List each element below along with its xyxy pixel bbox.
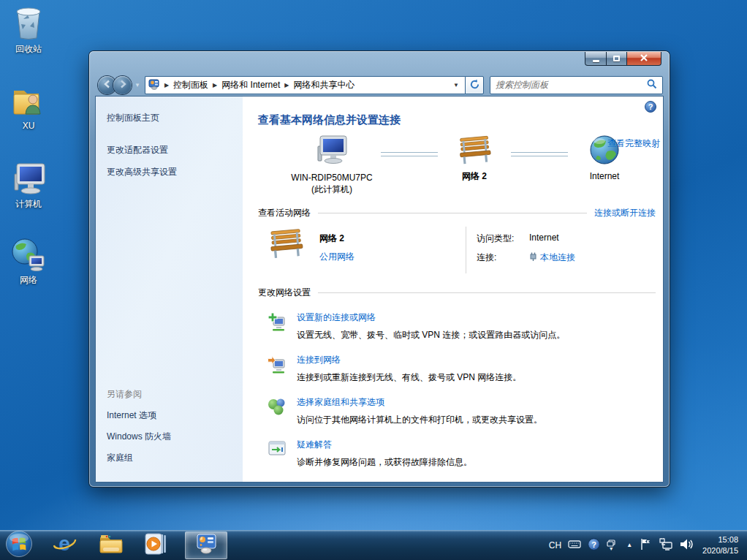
- sidebar-item-windows-firewall[interactable]: Windows 防火墙: [107, 431, 171, 443]
- connect-network-icon: [267, 354, 289, 384]
- window-client-area: 控制面板主页 更改适配器设置 更改高级共享设置 另请参阅 Internet 选项…: [96, 97, 663, 482]
- network-tray-icon[interactable]: [659, 538, 672, 553]
- recent-pages-dropdown[interactable]: ▼: [134, 82, 140, 88]
- troubleshoot-link[interactable]: 疑难解答: [297, 439, 332, 450]
- connections-label: 连接:: [477, 251, 529, 264]
- volume-icon[interactable]: [679, 538, 693, 553]
- taskbar-ie-button[interactable]: e: [49, 531, 80, 560]
- language-help-icon[interactable]: ?: [588, 538, 600, 553]
- user-folder-icon: [3, 85, 54, 118]
- clock-time: 15:08: [702, 534, 738, 545]
- navigation-bar: ▼ ▶ 控制面板 ▶ 网络和 Internet ▶ 网络和共享中心: [96, 75, 663, 96]
- search-icon: [647, 79, 657, 91]
- search-box[interactable]: 搜索控制面板: [490, 76, 663, 94]
- sidebar-item-internet-options[interactable]: Internet 选项: [107, 409, 171, 422]
- task-homegroup-sharing: 选择家庭组和共享选项 访问位于其他网络计算机上的文件和打印机，或更改共享设置。: [267, 396, 656, 426]
- network-kind-link[interactable]: 公用网络: [319, 251, 354, 263]
- explorer-folder-icon: [98, 533, 124, 557]
- breadcrumb-network-sharing-center[interactable]: 网络和共享中心: [293, 79, 354, 91]
- bench-network-icon: [455, 157, 494, 167]
- maximize-icon: [613, 56, 620, 61]
- taskbar-media-player-button[interactable]: [141, 531, 172, 560]
- forward-button[interactable]: [113, 76, 132, 94]
- map-connection-line: [381, 152, 438, 156]
- local-connection-link[interactable]: 本地连接: [540, 251, 575, 264]
- desktop-icon-recycle-bin[interactable]: 回收站: [3, 4, 54, 56]
- sidebar-item-control-panel-home[interactable]: 控制面板主页: [107, 112, 243, 124]
- search-input[interactable]: 搜索控制面板: [496, 79, 647, 91]
- sidebar-item-change-adapter-settings[interactable]: 更改适配器设置: [107, 144, 243, 156]
- maximize-button[interactable]: [607, 52, 627, 66]
- connect-disconnect-link[interactable]: 连接或断开连接: [594, 207, 656, 219]
- desktop-icon-label: XU: [3, 121, 54, 131]
- address-dropdown-icon[interactable]: ▼: [450, 82, 462, 88]
- desktop-icon-computer[interactable]: 计算机: [3, 161, 54, 211]
- page-title: 查看基本网络信息并设置连接: [258, 113, 656, 127]
- map-computer-icon: [313, 159, 351, 169]
- active-network-item: 网络 2 公用网络 访问类型: Internet 连接:: [265, 227, 656, 273]
- map-computer-name: WIN-RDIP50MU7PC: [284, 172, 379, 183]
- refresh-icon: [469, 79, 480, 92]
- task-description: 设置无线、宽带、拨号、临时或 VPN 连接；或设置路由器或访问点。: [297, 329, 565, 341]
- language-options-icon[interactable]: ▼: [607, 540, 615, 551]
- setup-new-connection-link[interactable]: 设置新的连接或网络: [297, 312, 376, 322]
- window-caption-buttons: [585, 52, 661, 66]
- close-icon: [640, 53, 648, 64]
- breadcrumb-arrow: ▶: [213, 82, 217, 88]
- ie-icon: e: [52, 532, 77, 558]
- task-description: 诊断并修复网络问题，或获得故障排除信息。: [297, 456, 472, 469]
- homegroup-icon: [267, 396, 289, 426]
- task-troubleshoot: 疑难解答 诊断并修复网络问题，或获得故障排除信息。: [267, 439, 656, 469]
- sidebar-see-also-header: 另请参阅: [107, 388, 171, 401]
- taskbar-control-panel-button-active[interactable]: [185, 531, 227, 559]
- start-button[interactable]: [4, 531, 34, 560]
- choose-homegroup-link[interactable]: 选择家庭组和共享选项: [297, 397, 384, 407]
- desktop-icon-user-folder[interactable]: XU: [3, 85, 54, 131]
- desktop-icon-network[interactable]: 网络: [3, 237, 54, 287]
- breadcrumb-control-panel[interactable]: 控制面板: [173, 79, 208, 91]
- action-center-flag-icon[interactable]: [640, 538, 652, 553]
- desktop: 回收站 XU 计算机 网络: [0, 0, 747, 560]
- divider: [466, 227, 466, 273]
- sidebar-item-change-advanced-sharing[interactable]: 更改高级共享设置: [107, 166, 243, 178]
- troubleshoot-icon: [267, 439, 289, 469]
- address-bar[interactable]: ▶ 控制面板 ▶ 网络和 Internet ▶ 网络和共享中心 ▼: [145, 76, 465, 94]
- breadcrumb-network-internet[interactable]: 网络和 Internet: [221, 79, 280, 91]
- taskbar-explorer-button[interactable]: [96, 531, 126, 560]
- change-settings-header: 更改网络设置: [258, 287, 656, 299]
- desktop-icon-label: 回收站: [3, 43, 54, 56]
- network-map: WIN-RDIP50MU7PC (此计算机): [284, 135, 656, 195]
- recycle-bin-icon: [3, 4, 54, 41]
- connect-to-network-link[interactable]: 连接到网络: [297, 355, 341, 365]
- map-internet-label: Internet: [590, 171, 620, 181]
- keyboard-icon[interactable]: [568, 540, 581, 551]
- back-icon: [103, 80, 112, 91]
- map-node-network[interactable]: 网络 2: [439, 135, 509, 182]
- minimize-button[interactable]: [585, 52, 607, 66]
- task-description: 连接到或重新连接到无线、有线、拨号或 VPN 网络连接。: [297, 371, 521, 384]
- tray-clock[interactable]: 15:08 2020/8/15: [702, 534, 738, 556]
- help-icon[interactable]: ?: [645, 101, 656, 115]
- network-sharing-center-window: ▼ ▶ 控制面板 ▶ 网络和 Internet ▶ 网络和共享中心: [89, 51, 670, 487]
- task-connect-to-network: 连接到网络 连接到或重新连接到无线、有线、拨号或 VPN 网络连接。: [267, 354, 656, 384]
- access-type-value: Internet: [529, 232, 575, 245]
- access-type-label: 访问类型:: [477, 232, 529, 245]
- active-networks-title: 查看活动网络: [258, 207, 311, 219]
- hidden-icons-arrow[interactable]: ▲: [626, 542, 632, 548]
- refresh-button[interactable]: [465, 76, 484, 94]
- language-indicator[interactable]: CH: [549, 540, 561, 550]
- sidebar-item-homegroup[interactable]: 家庭组: [107, 452, 171, 464]
- task-new-connection: 设置新的连接或网络 设置无线、宽带、拨号、临时或 VPN 连接；或设置路由器或访…: [267, 311, 656, 341]
- map-node-computer[interactable]: WIN-RDIP50MU7PC (此计算机): [284, 135, 379, 195]
- divider: [318, 213, 587, 213]
- svg-text:?: ?: [591, 540, 596, 548]
- see-full-map-link[interactable]: 查看完整映射: [607, 137, 660, 150]
- breadcrumb-arrow: ▶: [164, 82, 169, 88]
- task-description: 访问位于其他网络计算机上的文件和打印机，或更改共享设置。: [297, 414, 542, 426]
- close-button[interactable]: [627, 52, 661, 66]
- clock-date: 2020/8/15: [702, 545, 738, 556]
- system-tray: CH ? ▼ ▲: [549, 534, 747, 556]
- desktop-icon-label: 网络: [3, 274, 54, 287]
- map-connection-line: [511, 152, 568, 156]
- desktop-icon-label: 计算机: [3, 198, 54, 211]
